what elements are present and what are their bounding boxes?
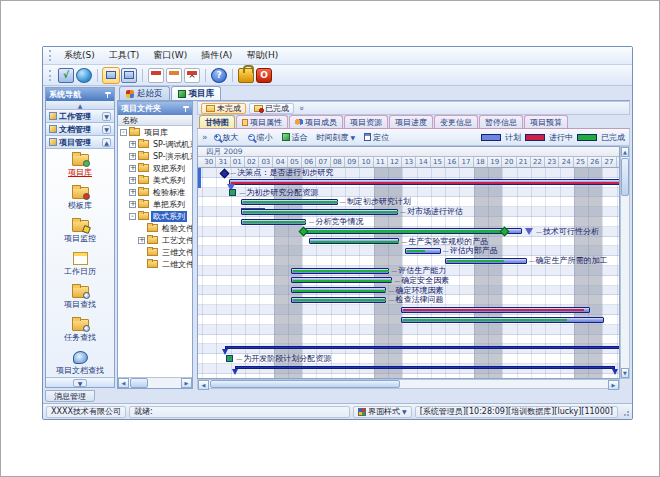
nav-collapse-strip[interactable]: ▲ — [46, 101, 114, 110]
menu-item-1[interactable]: 工具(T) — [102, 48, 147, 62]
tree-column-header[interactable]: 名称 — [118, 115, 192, 126]
scrollbar-thumb[interactable] — [130, 378, 148, 388]
sidebar-item-3[interactable]: 工作日历 — [46, 248, 114, 281]
chevron-down-icon[interactable]: ▼ — [351, 134, 356, 141]
tree-expander-icon[interactable]: + — [129, 189, 136, 196]
nav-bottom-section[interactable]: ▼ — [46, 377, 114, 387]
gantt-tab-7[interactable]: 项目预算 — [524, 115, 568, 128]
scroll-down-icon[interactable]: ▼ — [621, 368, 629, 378]
tree-row-11[interactable]: 二维文件 — [118, 258, 192, 270]
sidebar-item-2[interactable]: 项目监控 — [46, 215, 114, 248]
menu-item-4[interactable]: 帮助(H) — [239, 48, 285, 62]
nav-section-0[interactable]: 工作管理▼ — [46, 110, 114, 123]
doc-tab-1[interactable]: 项目库 — [171, 86, 222, 100]
tree-expander-icon[interactable]: + — [129, 153, 136, 160]
chevron-icon[interactable]: ▼ — [102, 125, 111, 134]
tree-row-4[interactable]: +美式系列 — [118, 174, 192, 186]
tree-row-2[interactable]: +SP-演示机系 — [118, 150, 192, 162]
gantt-tool-4[interactable]: 定位 — [361, 131, 392, 144]
task-bar[interactable] — [241, 199, 338, 205]
scroll-up-icon[interactable]: ▲ — [621, 147, 629, 157]
tree-row-0[interactable]: -项目库 — [118, 126, 192, 138]
toolbar-overflow-icon[interactable]: » — [202, 132, 208, 142]
tree-expander-icon[interactable]: + — [129, 165, 136, 172]
nav-section-1[interactable]: 文档管理▼ — [46, 123, 114, 136]
doc-tab-0[interactable]: 起始页 — [119, 86, 170, 100]
gantt-tool-2[interactable]: 适合 — [279, 131, 311, 144]
sidebar-item-0[interactable]: 项目库 — [46, 149, 114, 182]
tree-row-3[interactable]: +双把系列 — [118, 162, 192, 174]
tree-row-5[interactable]: +检验标准 — [118, 186, 192, 198]
sidebar-item-6[interactable]: 项目文档查找 — [46, 347, 114, 376]
gantt-tool-3[interactable]: 时间刻度▼ — [314, 131, 359, 144]
gantt-tab-3[interactable]: 项目资源 — [344, 115, 388, 128]
pin-icon[interactable] — [182, 105, 189, 113]
task-bar[interactable] — [291, 268, 390, 274]
gantt-tab-1[interactable]: 项目属性 — [236, 115, 288, 128]
chevron-icon[interactable]: ▲ — [102, 138, 111, 147]
task-bar[interactable] — [401, 317, 604, 323]
task-bar[interactable] — [241, 219, 307, 225]
gantt-tab-0[interactable]: 甘特图 — [199, 115, 235, 128]
scroll-right-icon[interactable]: ▶ — [608, 380, 619, 390]
task-bar[interactable] — [405, 248, 441, 254]
scroll-left-icon[interactable]: ◀ — [198, 380, 209, 390]
gantt-tool-0[interactable]: 放大 — [211, 131, 242, 144]
tree-horizontal-scrollbar[interactable]: ◀ ▶ — [118, 377, 192, 388]
menubar-grip[interactable] — [49, 50, 52, 61]
task-bar[interactable] — [291, 287, 387, 293]
task-bar[interactable] — [291, 297, 387, 303]
sidebar-item-5[interactable]: 任务查找 — [46, 314, 114, 347]
tree-expander-icon[interactable]: + — [138, 237, 145, 244]
group-bar[interactable] — [302, 228, 522, 234]
summary-bar[interactable] — [229, 179, 620, 185]
message-manager-tab[interactable]: 消息管理 — [45, 390, 95, 402]
gantt-tab-4[interactable]: 项目进度 — [389, 115, 433, 128]
gantt-tab-6[interactable]: 暂停信息 — [479, 115, 523, 128]
tree-expander-icon[interactable]: - — [120, 129, 127, 136]
exit-icon[interactable]: O — [256, 68, 272, 83]
report-close-icon[interactable]: × — [184, 68, 200, 83]
globe-icon[interactable] — [76, 68, 92, 83]
switch-window-icon[interactable] — [121, 68, 137, 83]
scrollbar-thumb[interactable] — [621, 158, 629, 196]
summary-line[interactable] — [235, 366, 615, 369]
tree-row-1[interactable]: +SP-调试机系 — [118, 138, 192, 150]
sidebar-item-4[interactable]: 项目查找 — [46, 281, 114, 314]
mini-task[interactable] — [226, 355, 233, 362]
tree-expander-icon[interactable]: + — [129, 141, 136, 148]
tree-row-7[interactable]: -欧式系列 — [118, 210, 192, 222]
gantt-tab-2[interactable]: 项目成员 — [289, 115, 343, 128]
tree-row-10[interactable]: 三维文件 — [118, 246, 192, 258]
tree-row-8[interactable]: 检验文件 — [118, 222, 192, 234]
chevron-down-icon[interactable]: » — [297, 106, 306, 111]
tree-expander-icon[interactable]: + — [129, 177, 136, 184]
report-orange-icon[interactable] — [166, 68, 182, 83]
chevron-icon[interactable]: ▼ — [102, 112, 111, 121]
toolbar-grip[interactable] — [49, 70, 52, 81]
new-window-icon[interactable] — [103, 68, 119, 83]
tree-row-9[interactable]: +工艺文件 — [118, 234, 192, 246]
chevron-down-icon[interactable]: ▼ — [73, 379, 87, 387]
tree-expander-icon[interactable]: - — [129, 213, 136, 220]
gantt-horizontal-scrollbar[interactable]: ◀ ▶ — [197, 379, 620, 389]
scroll-left-icon[interactable]: ◀ — [118, 378, 129, 388]
scrollbar-thumb[interactable] — [210, 380, 400, 388]
gantt-vertical-scrollbar[interactable]: ▲ ▼ — [620, 146, 630, 379]
lock-icon[interactable] — [238, 68, 254, 83]
filter-button-0[interactable]: 未完成 — [201, 103, 246, 114]
tree-row-6[interactable]: +单把系列 — [118, 198, 192, 210]
report-red-icon[interactable] — [148, 68, 164, 83]
sidebar-item-1[interactable]: 模板库 — [46, 182, 114, 215]
menu-item-3[interactable]: 插件(A) — [194, 48, 239, 62]
sync-monitor-icon[interactable]: √ — [58, 68, 74, 83]
menu-item-0[interactable]: 系统(S) — [57, 48, 102, 62]
tree-expander-icon[interactable]: + — [129, 201, 136, 208]
ui-style-button[interactable]: 界面样式 ▼ — [353, 406, 412, 418]
menu-item-2[interactable]: 窗口(W) — [146, 48, 194, 62]
task-bar[interactable] — [309, 238, 399, 244]
filter-button-1[interactable]: 已完成 — [249, 103, 294, 114]
summary-line[interactable] — [225, 346, 620, 349]
help-icon[interactable]: ? — [211, 68, 227, 83]
task-bar[interactable] — [445, 258, 527, 264]
